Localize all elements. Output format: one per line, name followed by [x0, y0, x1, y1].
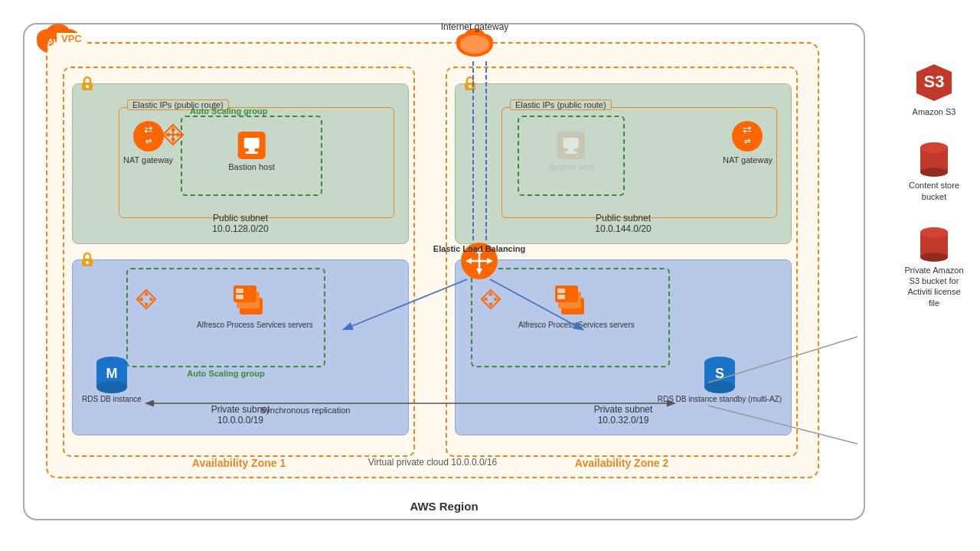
nat-label-1: NAT gateway: [123, 155, 173, 165]
private-subnet-1: Auto Scaling group Alfresco Process Serv…: [72, 259, 409, 435]
subnet-label-1: Public subnet 10.0.128.0/20: [212, 213, 268, 234]
auto-scaling-box-2: Bastion host: [518, 116, 625, 196]
svg-rect-7: [248, 148, 254, 152]
alfresco-2: Alfresco Process Services servers: [518, 281, 635, 330]
content-store-bucket-group: Content store bucket: [903, 140, 965, 202]
auto-scaling-box-1: Auto Scaling group Bastion host: [181, 116, 322, 196]
elb-label: Elastic Load Balancing: [433, 244, 525, 253]
az2-label: Availability Zone 2: [575, 457, 668, 469]
alfresco-label-2: Alfresco Process Services servers: [518, 321, 635, 330]
bastion-host-icon-1: Bastion host: [228, 129, 275, 172]
auto-scaling-label-private: Auto Scaling group: [187, 369, 264, 378]
rds-standby: S RDS DB instance standby (multi-AZ): [658, 355, 782, 404]
vpc-box: VPC Availability Zone 1 Elastic IPs (pub…: [46, 42, 819, 478]
lock-icon-1: [79, 75, 96, 95]
public-subnet-1: Elastic IPs (public route) Auto Scaling …: [72, 83, 409, 244]
svg-point-83: [920, 227, 948, 238]
inet-gw-label: Internet gateway: [441, 21, 509, 32]
private-subnet-2: Alfresco Process Services servers: [455, 259, 792, 435]
vpc-bottom-label: Virtual private cloud 10.0.0.0/16: [368, 457, 498, 468]
alfresco-1: Alfresco Process Services servers: [197, 281, 313, 330]
private-subnet-label-2: Private subnet 10.0.32.0/19: [594, 404, 653, 425]
svg-text:⇄: ⇄: [144, 123, 153, 135]
auto-scaling-box-private-2: Alfresco Process Services servers: [471, 268, 670, 367]
nat-gateway-2: ⇄ ⇄ NAT gateway: [723, 119, 773, 165]
elastic-ip-box-2: Elastic IPs (public route) Bastion host: [501, 107, 777, 218]
bastion-host-icon-grayed: Bastion host: [548, 129, 595, 172]
svg-rect-27: [236, 295, 243, 299]
svg-point-35: [96, 381, 127, 393]
alfresco-label-1: Alfresco Process Services servers: [197, 321, 313, 330]
svg-point-82: [920, 253, 948, 262]
private-s3-bucket-group: Private Amazon S3 bucket for Activiti li…: [903, 225, 965, 308]
right-icons-panel: S3 Amazon S3 Content store bucket Privat…: [903, 61, 965, 308]
elastic-ip-box-1: Elastic IPs (public route) Auto Scaling …: [119, 107, 394, 218]
svg-rect-51: [557, 289, 565, 293]
private-s3-label: Private Amazon S3 bucket for Activiti li…: [903, 265, 965, 308]
elastic-ip-label-2: Elastic IPs (public route): [510, 99, 612, 110]
internet-gateway: Internet gateway: [452, 21, 498, 61]
public-subnet-2: Elastic IPs (public route) Bastion host: [455, 83, 792, 244]
az1-box: Availability Zone 1 Elastic IPs (public …: [63, 67, 415, 457]
svg-point-66: [460, 35, 489, 54]
amazon-s3-icon-group: S3 Amazon S3: [913, 61, 956, 117]
svg-text:⇄: ⇄: [744, 137, 750, 145]
svg-text:M: M: [106, 366, 117, 381]
content-store-label: Content store bucket: [903, 180, 965, 202]
elb: Elastic Load Balancing: [459, 241, 499, 281]
auto-scaling-box-private-1: Auto Scaling group Alfresco Process Serv…: [126, 268, 325, 367]
rds-standby-label: RDS DB instance standby (multi-AZ): [658, 395, 782, 404]
svg-point-60: [704, 381, 735, 393]
bastion-label-grayed: Bastion host: [548, 162, 595, 172]
routing-icon-private-1: [136, 289, 157, 313]
svg-rect-39: [568, 148, 574, 152]
svg-rect-50: [555, 285, 578, 302]
svg-rect-8: [245, 152, 257, 154]
svg-rect-52: [557, 295, 565, 299]
svg-rect-6: [243, 138, 259, 148]
svg-text:⇄: ⇄: [743, 123, 752, 135]
vpc-label: VPC: [57, 33, 87, 44]
svg-point-78: [920, 168, 948, 177]
svg-rect-25: [234, 285, 256, 302]
diagram-container: AWS Region AWS VPC Availability Zone 1 E…: [0, 0, 980, 551]
svg-text:S: S: [715, 366, 724, 381]
svg-rect-40: [565, 152, 577, 154]
rds-instance: M RDS DB instance: [82, 355, 142, 404]
routing-icon-private-2: [480, 289, 501, 313]
auto-scaling-label-1: Auto Scaling group: [190, 106, 267, 116]
amazon-s3-label: Amazon S3: [913, 106, 956, 117]
lock-icon-3: [79, 251, 96, 271]
svg-rect-38: [564, 138, 579, 148]
svg-point-79: [920, 142, 948, 153]
svg-point-20: [86, 85, 89, 88]
svg-text:⇄: ⇄: [145, 137, 152, 145]
svg-point-22: [86, 261, 89, 264]
svg-rect-26: [236, 289, 243, 293]
aws-region-label: AWS Region: [410, 500, 478, 513]
routing-icon-1: [162, 123, 185, 149]
sync-replication-label: Synchronous replication: [260, 406, 350, 415]
bastion-label-1: Bastion host: [228, 162, 275, 172]
nat-label-2: NAT gateway: [723, 155, 773, 165]
svg-point-45: [469, 85, 472, 88]
az1-label: Availability Zone 1: [192, 457, 286, 469]
lock-icon-2: [462, 75, 479, 95]
svg-text:S3: S3: [923, 72, 944, 91]
subnet-label-2: Public subnet 10.0.144.0/20: [595, 213, 651, 234]
rds-label: RDS DB instance: [82, 395, 142, 404]
